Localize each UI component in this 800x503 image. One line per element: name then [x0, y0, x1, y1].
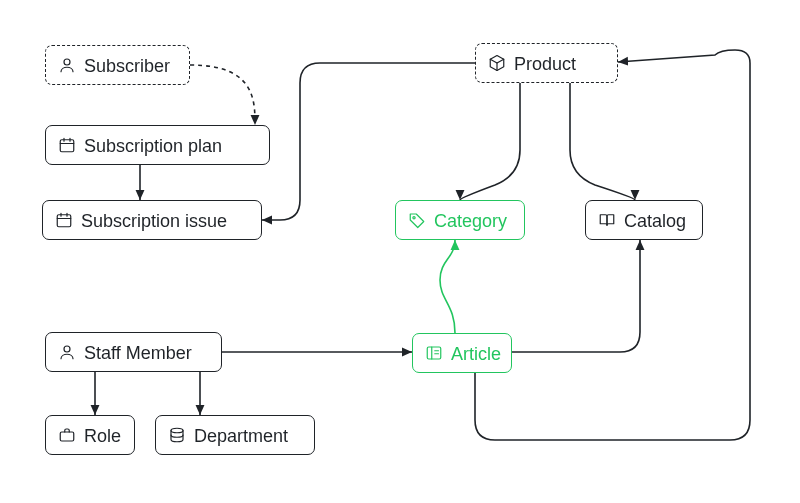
node-label: Role: [84, 427, 121, 445]
svg-point-4: [64, 346, 70, 352]
briefcase-icon: [58, 426, 76, 444]
node-label: Subscription plan: [84, 137, 222, 155]
layout-icon: [425, 344, 443, 362]
node-label: Product: [514, 55, 576, 73]
database-icon: [168, 426, 186, 444]
node-label: Article: [451, 345, 501, 363]
tag-icon: [408, 211, 426, 229]
edge-outer-loop-to-product: [475, 50, 750, 440]
edge-product-to-catalog: [570, 83, 635, 200]
node-label: Subscriber: [84, 57, 170, 75]
svg-rect-6: [60, 432, 74, 441]
node-label: Staff Member: [84, 344, 192, 362]
svg-point-7: [171, 428, 183, 433]
node-department: Department: [155, 415, 315, 455]
calendar-icon: [55, 211, 73, 229]
package-icon: [488, 54, 506, 72]
svg-point-0: [64, 59, 70, 65]
edge-article-to-catalog: [512, 240, 640, 352]
edge-product-to-issue: [262, 63, 475, 220]
node-label: Category: [434, 212, 507, 230]
svg-rect-5: [427, 347, 441, 359]
edge-product-to-category: [460, 83, 520, 200]
svg-point-3: [413, 217, 415, 219]
user-icon: [58, 343, 76, 361]
node-catalog: Catalog: [585, 200, 703, 240]
diagram-canvas: Subscriber Product Subscription plan Sub…: [0, 0, 800, 503]
node-staff-member: Staff Member: [45, 332, 222, 372]
node-role: Role: [45, 415, 135, 455]
node-subscription-plan: Subscription plan: [45, 125, 270, 165]
edge-subscriber-to-plan: [190, 65, 255, 125]
node-label: Catalog: [624, 212, 686, 230]
node-label: Department: [194, 427, 288, 445]
node-product: Product: [475, 43, 618, 83]
user-icon: [58, 56, 76, 74]
edge-article-to-category: [440, 240, 455, 333]
node-subscription-issue: Subscription issue: [42, 200, 262, 240]
node-category: Category: [395, 200, 525, 240]
calendar-icon: [58, 136, 76, 154]
book-open-icon: [598, 211, 616, 229]
svg-rect-2: [57, 215, 71, 227]
node-article: Article: [412, 333, 512, 373]
node-subscriber: Subscriber: [45, 45, 190, 85]
node-label: Subscription issue: [81, 212, 227, 230]
svg-rect-1: [60, 140, 74, 152]
